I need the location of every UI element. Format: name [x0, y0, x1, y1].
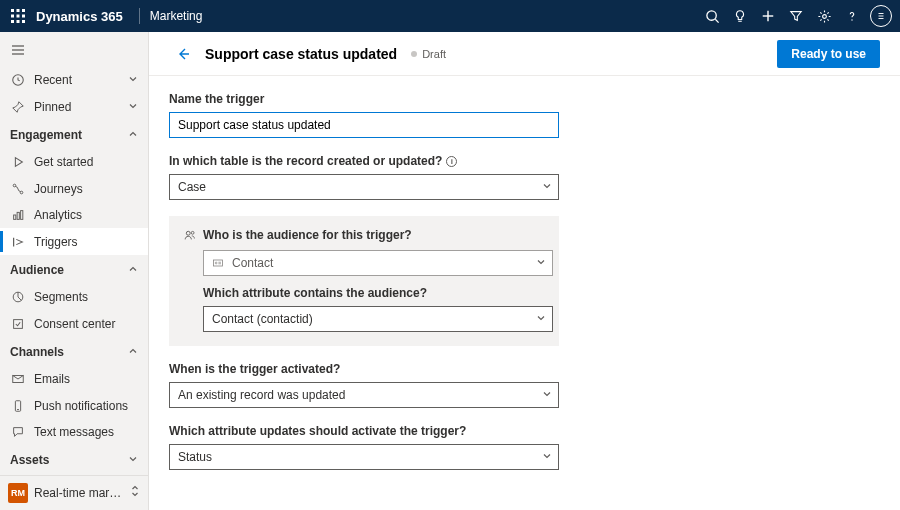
svg-rect-30 [14, 319, 23, 328]
chevron-up-icon [128, 128, 138, 142]
status-text: Draft [422, 48, 446, 60]
svg-rect-26 [17, 213, 19, 220]
which-attr-label: Which attribute updates should activate … [169, 424, 729, 438]
svg-point-9 [706, 10, 715, 19]
svg-rect-0 [11, 9, 14, 12]
info-icon[interactable]: i [446, 156, 457, 167]
email-icon [10, 371, 26, 387]
which-attr-select[interactable]: Status [169, 444, 559, 470]
status-dot-icon [411, 51, 417, 57]
chevron-up-icon [128, 263, 138, 277]
sidebar-label: Segments [34, 290, 88, 304]
global-topbar: Dynamics 365 Marketing [0, 0, 900, 32]
back-button[interactable] [169, 40, 197, 68]
play-icon [10, 154, 26, 170]
page-header: Support case status updated Draft Ready … [149, 32, 900, 76]
area-switcher[interactable]: RM Real-time marketi... [0, 475, 148, 510]
chevron-down-icon [128, 453, 138, 467]
lightbulb-icon[interactable] [726, 2, 754, 30]
search-icon[interactable] [698, 2, 726, 30]
when-label: When is the trigger activated? [169, 362, 729, 376]
select-value: Contact (contactid) [212, 312, 313, 326]
select-value: Case [178, 180, 206, 194]
trigger-name-input[interactable] [169, 112, 559, 138]
sidebar-item-emails[interactable]: Emails [0, 366, 148, 392]
journey-icon [10, 181, 26, 197]
ready-to-use-button[interactable]: Ready to use [777, 40, 880, 68]
consent-icon [10, 316, 26, 332]
chevron-down-icon [536, 256, 546, 270]
sidebar-item-triggers[interactable]: Triggers [0, 228, 148, 254]
sidebar-item-segments[interactable]: Segments [0, 284, 148, 310]
chevron-up-icon [128, 345, 138, 359]
select-value: An existing record was updated [178, 388, 345, 402]
sidebar-label: Get started [34, 155, 93, 169]
sidebar-item-analytics[interactable]: Analytics [0, 202, 148, 228]
sidebar-item-journeys[interactable]: Journeys [0, 176, 148, 202]
sidebar-item-recent[interactable]: Recent [0, 67, 148, 93]
pin-icon [10, 99, 26, 115]
chevron-down-icon [542, 450, 552, 464]
sidebar-label: Recent [34, 73, 72, 87]
sidebar-group-channels[interactable]: Channels [0, 337, 148, 366]
sidebar-label: Triggers [34, 235, 78, 249]
svg-point-35 [191, 231, 194, 234]
main-panel: Support case status updated Draft Ready … [149, 32, 900, 510]
user-avatar[interactable] [870, 5, 892, 27]
sidebar-group-audience[interactable]: Audience [0, 255, 148, 284]
group-label: Channels [10, 345, 64, 359]
svg-rect-27 [21, 211, 23, 220]
svg-rect-25 [14, 215, 16, 219]
chevron-down-icon [542, 180, 552, 194]
trigger-form: Name the trigger In which table is the r… [149, 76, 749, 506]
svg-line-10 [715, 19, 718, 22]
sidebar-item-consent[interactable]: Consent center [0, 311, 148, 337]
select-value: Status [178, 450, 212, 464]
svg-rect-8 [22, 20, 25, 23]
app-launcher-icon[interactable] [8, 6, 28, 26]
divider [139, 8, 140, 24]
people-icon [183, 228, 197, 242]
card-icon [212, 257, 226, 269]
sidebar-label: Journeys [34, 182, 83, 196]
sidebar-label: Pinned [34, 100, 71, 114]
sidebar-group-engagement[interactable]: Engagement [0, 120, 148, 149]
audience-attr-label: Which attribute contains the audience? [183, 286, 545, 300]
audience-title: Who is the audience for this trigger? [183, 228, 545, 242]
svg-rect-3 [11, 15, 14, 18]
record-status: Draft [411, 48, 446, 60]
svg-rect-2 [22, 9, 25, 12]
sidebar-label: Push notifications [34, 399, 128, 413]
sidebar-label: Emails [34, 372, 70, 386]
sidebar-collapse-button[interactable] [0, 32, 148, 67]
chevron-down-icon [128, 100, 138, 114]
filter-icon[interactable] [782, 2, 810, 30]
select-value: Contact [232, 256, 273, 270]
chevron-updown-icon [130, 485, 140, 500]
audience-entity-select[interactable]: Contact [203, 250, 553, 276]
sidebar-item-pinned[interactable]: Pinned [0, 94, 148, 120]
gear-icon[interactable] [810, 2, 838, 30]
chat-icon [10, 424, 26, 440]
chevron-down-icon [542, 388, 552, 402]
phone-icon [10, 398, 26, 414]
table-select[interactable]: Case [169, 174, 559, 200]
sidebar-label: Analytics [34, 208, 82, 222]
audience-section: Who is the audience for this trigger? Co… [169, 216, 559, 346]
add-icon[interactable] [754, 2, 782, 30]
help-icon[interactable] [838, 2, 866, 30]
sidebar: Recent Pinned Engagement Get started Jou… [0, 32, 149, 510]
group-label: Engagement [10, 128, 82, 142]
audience-attr-select[interactable]: Contact (contactid) [203, 306, 553, 332]
svg-rect-5 [22, 15, 25, 18]
chevron-down-icon [536, 312, 546, 326]
when-select[interactable]: An existing record was updated [169, 382, 559, 408]
sidebar-group-assets[interactable]: Assets [0, 445, 148, 474]
clock-icon [10, 72, 26, 88]
sidebar-item-push[interactable]: Push notifications [0, 393, 148, 419]
sidebar-item-texts[interactable]: Text messages [0, 419, 148, 445]
name-label: Name the trigger [169, 92, 729, 106]
svg-point-34 [186, 231, 190, 235]
svg-rect-6 [11, 20, 14, 23]
sidebar-item-get-started[interactable]: Get started [0, 149, 148, 175]
